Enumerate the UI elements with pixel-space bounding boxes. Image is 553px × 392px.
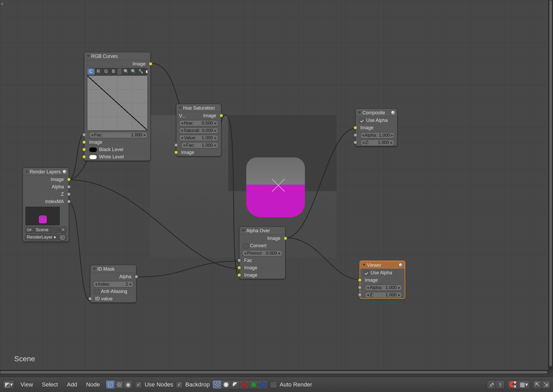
channel-r-button[interactable] [240,380,249,389]
node-id-mask[interactable]: ID Mask Alpha ◂Index:2▸ Anti-Aliasing ID… [90,265,136,303]
editor-type-menu[interactable]: ◩▾ [3,380,15,389]
scene-browse-button[interactable]: ◎▾ [25,227,33,233]
z-slider[interactable]: ◂Z:1.000▸ [365,292,402,298]
use-alpha-checkbox[interactable] [359,118,365,123]
auto-render-checkbox[interactable] [270,381,277,388]
node-title: RGB Curves [91,54,118,59]
fac-slider[interactable]: ◂Fac:1.000▸ [181,142,218,148]
render-layer-button[interactable]: ◱ [58,234,66,240]
expand-panel-button[interactable]: + [1,2,5,7]
backdrop-checkbox[interactable] [176,381,183,388]
compositing-tree-button[interactable] [115,380,124,389]
snap-type-button[interactable]: ▦▾ [518,380,530,389]
menu-node[interactable]: Node [83,381,103,388]
channel-g-button[interactable] [249,380,258,389]
use-nodes-checkbox[interactable] [135,381,142,388]
use-alpha-checkbox[interactable] [364,270,369,276]
hue-slider[interactable]: ◂Hue:0.500▸ [179,120,218,126]
channel-c: C [87,68,95,75]
preview-ball-icon [398,263,403,267]
index-slider[interactable]: ◂Index:2▸ [93,281,134,287]
fac-slider[interactable]: ◂Fac: 1.000▸ [89,132,148,138]
preview-ball-icon [391,110,396,115]
channel-r: R [95,68,103,75]
preview-ball-icon [62,169,67,174]
channel-rgb-button[interactable] [221,380,231,389]
menu-view[interactable]: View [17,381,36,388]
node-hsv[interactable]: Hue Saturation V... Image ◂Hue:0.500▸ ◂S… [176,104,221,156]
auto-render-label: Auto Render [280,381,312,388]
channel-b: B [110,68,117,75]
zoom-out-icon[interactable]: 🔍 [129,68,136,75]
node-rgb-curves[interactable]: RGB Curves Image C R G B 🔍 🔍 🔧 ◐ ◂Fac: 1… [84,52,151,161]
node-title: Render Layers [30,169,61,174]
node-title: Composite [362,110,385,115]
texture-tree-button[interactable]: ◉ [124,380,132,389]
alpha-slider[interactable]: ◂Alpha:1.000▸ [365,285,402,291]
node-title: ID Mask [97,266,115,272]
anti-aliasing-checkbox[interactable] [94,289,99,294]
backdrop-label: Backdrop [185,381,210,388]
render-thumbnail [25,207,60,225]
menu-select[interactable]: Select [39,381,61,388]
z-slider[interactable]: ◂Z:1.000▸ [360,140,395,146]
channel-g: G [102,68,110,75]
up-arrow-icon [498,381,502,388]
editor-header: ◩▾ View Select Add Node ◱ ◉ Use Nodes Ba… [0,377,553,392]
alpha-slider[interactable]: ◂Alpha:1.000▸ [360,132,395,138]
use-nodes-label: Use Nodes [145,381,173,388]
channel-b-button[interactable] [258,380,268,389]
convert-premul-checkbox[interactable] [243,243,248,249]
paste-nodes-button[interactable]: ⇲ [541,380,550,389]
tree-type-buttons: ◱ ◉ [106,380,132,389]
copy-nodes-button[interactable]: ⇱ [532,380,541,389]
node-viewer[interactable]: Viewer Use Alpha Image ◂Alpha:1.000▸ ◂Z:… [360,261,405,299]
pin-button[interactable] [487,380,496,389]
node-composite[interactable]: Composite Use Alpha Image ◂Alpha:1.000▸ … [355,109,397,146]
tools-icon[interactable]: 🔧 [136,68,144,75]
premul-slider[interactable]: ◂Premul:0.000▸ [242,250,283,256]
layer-selector[interactable]: RenderLayer♦ [25,234,58,240]
channel-rgba-button[interactable] [212,380,221,389]
white-level-swatch[interactable] [89,155,97,159]
scene-clear-button[interactable]: ✕ [60,227,66,233]
pin-icon [489,381,494,388]
node-editor-canvas[interactable]: Render Layers Image Alpha Z IndexMA ◎▾ S… [0,0,549,370]
shader-tree-button[interactable]: ◱ [106,380,115,389]
breadcrumb: Scene [14,355,35,363]
zoom-in-icon[interactable]: 🔍 [121,68,129,75]
sat-slider[interactable]: ◂Saturati:0.000▸ [179,127,218,134]
scrollbar-horizontal[interactable] [0,370,549,374]
value-slider[interactable]: ◂Value:1.000▸ [179,135,218,141]
node-title: Alpha Over [246,228,270,233]
node-render-layers[interactable]: Render Layers Image Alpha Z IndexMA ◎▾ S… [23,168,69,242]
clip-toggle[interactable]: ◐ [144,68,148,75]
curve-channel-tabs[interactable]: C R G B 🔍 🔍 🔧 ◐ [87,68,148,75]
backdrop-channel-buttons [212,380,268,389]
node-title: Viewer [367,262,381,268]
go-parent-button[interactable] [496,380,505,389]
channel-alpha-button[interactable] [231,380,240,389]
scene-selector[interactable]: Scene [34,227,59,233]
black-level-swatch[interactable] [89,147,97,152]
scrollbar-vertical[interactable] [548,0,553,370]
node-alpha-over[interactable]: Alpha Over Image Convert Premul ◂Premul:… [239,226,285,279]
curve-widget[interactable] [87,75,148,131]
menu-add[interactable]: Add [64,381,80,388]
snap-button[interactable]: 🧲 [507,380,518,389]
